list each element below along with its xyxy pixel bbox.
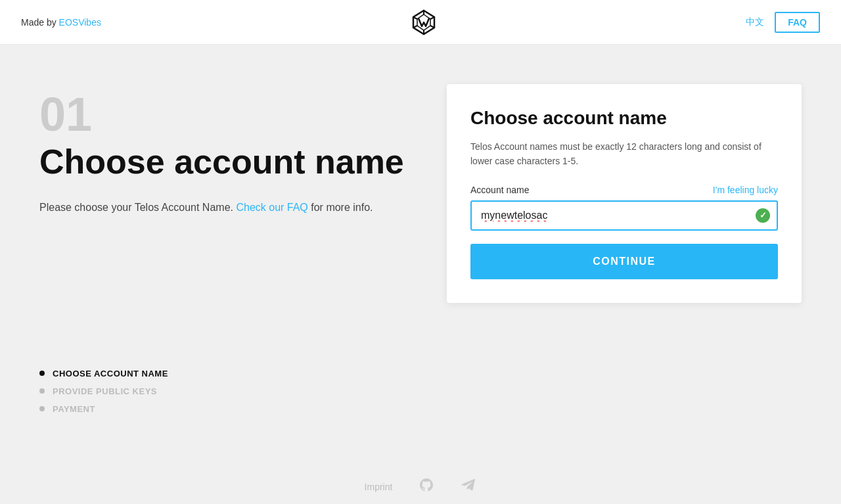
card-title: Choose account name bbox=[470, 108, 778, 129]
check-faq-link[interactable]: Check our FAQ bbox=[236, 202, 307, 213]
step-desc-prefix: Please choose your Telos Account Name. bbox=[39, 202, 236, 213]
progress-step-2: PROVIDE PUBLIC KEYS bbox=[39, 386, 841, 396]
github-icon[interactable] bbox=[419, 477, 434, 497]
imprint-link[interactable]: Imprint bbox=[365, 482, 393, 492]
step-3-label: PAYMENT bbox=[53, 404, 95, 414]
field-row: Account name I'm feeling lucky bbox=[470, 185, 778, 195]
step-desc-suffix: for more info. bbox=[308, 202, 373, 213]
step-title: Choose account name bbox=[39, 143, 420, 181]
app-footer: Imprint bbox=[0, 470, 841, 504]
step-1-label: CHOOSE ACCOUNT NAME bbox=[53, 369, 168, 378]
left-panel: 01 Choose account name Please choose you… bbox=[39, 84, 420, 303]
header-logo bbox=[409, 8, 438, 37]
feeling-lucky-link[interactable]: I'm feeling lucky bbox=[713, 185, 778, 195]
step-3-dot bbox=[39, 406, 45, 411]
header-made-by: Made by EOSVibes bbox=[21, 17, 101, 28]
main-content: 01 Choose account name Please choose you… bbox=[0, 45, 841, 329]
made-by-text: Made by bbox=[21, 17, 59, 28]
account-input-wrapper: ✓ bbox=[470, 200, 778, 231]
logo-icon bbox=[409, 8, 438, 37]
account-name-label: Account name bbox=[470, 185, 530, 195]
app-header: Made by EOSVibes 中文 FAQ bbox=[0, 0, 841, 45]
telegram-icon[interactable] bbox=[461, 477, 476, 497]
step-2-dot bbox=[39, 388, 45, 394]
step-description: Please choose your Telos Account Name. C… bbox=[39, 199, 420, 216]
eosvibes-link[interactable]: EOSVibes bbox=[59, 17, 101, 28]
step-1-dot bbox=[39, 371, 45, 376]
account-name-input[interactable] bbox=[470, 200, 778, 231]
progress-step-3: PAYMENT bbox=[39, 404, 841, 414]
progress-step-1: CHOOSE ACCOUNT NAME bbox=[39, 369, 841, 378]
faq-button[interactable]: FAQ bbox=[775, 12, 820, 33]
lang-switch-link[interactable]: 中文 bbox=[746, 16, 764, 28]
step-number: 01 bbox=[39, 91, 420, 138]
input-valid-icon: ✓ bbox=[756, 208, 770, 223]
continue-button[interactable]: CONTINUE bbox=[470, 244, 778, 279]
account-name-card: Choose account name Telos Account names … bbox=[447, 84, 802, 303]
progress-steps: CHOOSE ACCOUNT NAME PROVIDE PUBLIC KEYS … bbox=[0, 369, 841, 414]
card-description: Telos Account names must be exactly 12 c… bbox=[470, 139, 778, 169]
header-right: 中文 FAQ bbox=[746, 12, 820, 33]
step-2-label: PROVIDE PUBLIC KEYS bbox=[53, 386, 157, 396]
